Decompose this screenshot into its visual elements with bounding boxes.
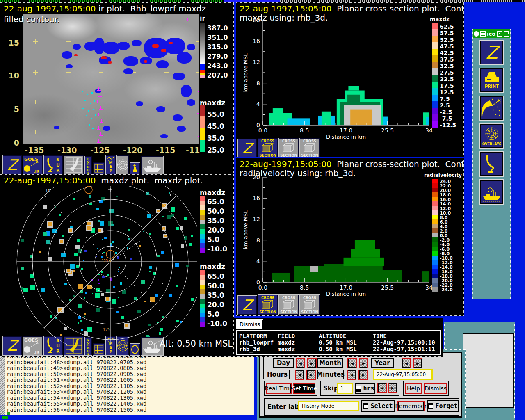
colorbar-segment bbox=[432, 197, 438, 201]
grid-icon[interactable] bbox=[93, 162, 105, 174]
year-next-arrow[interactable]: ▶ bbox=[413, 358, 422, 368]
real-time-button[interactable]: Real Time bbox=[266, 383, 292, 394]
minutes-next-arrow[interactable]: ▶ bbox=[358, 370, 368, 380]
lat-tick: 10 bbox=[4, 71, 19, 80]
z-icon[interactable]: Z bbox=[238, 296, 257, 315]
xsect-icon[interactable]: CROSS SECTION bbox=[300, 295, 320, 315]
svg-text:.IR: .IR bbox=[34, 350, 39, 354]
minutes-prev-arrow[interactable]: ◀ bbox=[347, 370, 356, 380]
menu-circle-icon[interactable] bbox=[474, 31, 479, 37]
lat-tick: 0 bbox=[4, 138, 19, 147]
colorbar-tick: -10.0 bbox=[207, 245, 227, 253]
colorbar-tick: 57.5 bbox=[440, 30, 454, 37]
terminal-scrollbar[interactable] bbox=[0, 357, 5, 415]
xsect-icon[interactable]: CROSS SECTION bbox=[258, 295, 278, 315]
grid-cross bbox=[99, 70, 103, 75]
goes-icon[interactable]: GOES .IR bbox=[23, 155, 43, 174]
cold-cloud-contour bbox=[123, 68, 133, 74]
circle-icon[interactable] bbox=[130, 344, 140, 355]
axis-label: 16 bbox=[253, 195, 260, 201]
antenna-icon[interactable] bbox=[480, 152, 503, 176]
cross-section-toolbar: ZCROSS SECTION CROSS SECTION CROSS SECTI… bbox=[238, 295, 320, 315]
window-titlebar: icon bbox=[473, 29, 510, 38]
hours-prev-arrow[interactable]: ◀ bbox=[295, 370, 304, 380]
month-button[interactable]: Month bbox=[317, 358, 343, 368]
axis-label: 0.0 bbox=[258, 284, 267, 291]
dismiss-button[interactable]: Dismiss bbox=[424, 383, 447, 394]
cross-section-plot[interactable]: 0481216200.08.517.025.534Distance in kmk… bbox=[236, 158, 464, 298]
select-button[interactable]: Select bbox=[361, 400, 395, 412]
set-time-button[interactable]: Set Time bbox=[293, 383, 315, 394]
year-button[interactable]: Year bbox=[371, 358, 394, 368]
ship-marker-icon bbox=[198, 88, 199, 92]
forget-button[interactable]: Forget bbox=[427, 400, 459, 412]
svg-text:P: P bbox=[110, 350, 112, 354]
help-button[interactable]: Help bbox=[405, 383, 422, 394]
coldest-cloud-core bbox=[169, 42, 173, 44]
dismiss-button[interactable]: Dismiss bbox=[237, 320, 263, 329]
time-field[interactable]: 22-Aug-97,15:05:00 bbox=[373, 369, 433, 380]
terminal-cursor bbox=[7, 412, 10, 415]
map-icon[interactable]: MAP bbox=[106, 155, 116, 174]
z-icon[interactable]: Z bbox=[480, 41, 503, 64]
hours-next-arrow[interactable]: ▶ bbox=[306, 370, 316, 380]
skip-next-arrow[interactable]: ▶ bbox=[388, 383, 397, 393]
colorbar-tick: -24.0 bbox=[440, 287, 453, 292]
z-icon[interactable]: Z bbox=[3, 155, 22, 174]
xsect-icon[interactable]: CROSS SECTION bbox=[300, 138, 320, 157]
grid-cross bbox=[196, 39, 199, 44]
colorbar-segment bbox=[200, 128, 205, 140]
iconify-button[interactable] bbox=[497, 31, 502, 37]
satdish-icon[interactable] bbox=[480, 96, 503, 120]
ship-icon[interactable] bbox=[141, 156, 163, 174]
grid-cross bbox=[196, 70, 199, 75]
grid-cross bbox=[66, 39, 71, 44]
label-field[interactable]: History Mode bbox=[298, 401, 359, 411]
axis-label: 25.5 bbox=[381, 127, 394, 134]
z-icon[interactable]: Z bbox=[238, 139, 257, 157]
window-doc-icon[interactable] bbox=[480, 31, 486, 37]
minutes-button[interactable]: Minutes bbox=[317, 370, 344, 379]
month-next-arrow[interactable]: ▶ bbox=[359, 358, 368, 368]
cross-section-plot[interactable]: 0481216200.08.517.025.534Distance in kmk… bbox=[236, 3, 464, 141]
select-label: Select bbox=[370, 402, 393, 410]
colorbar-tick: 55.0 bbox=[207, 110, 224, 119]
platform-table: PLATFORMFIELDALTITUDETIMErhb_lowprfmaxdz… bbox=[236, 330, 441, 355]
colorbar-tick: 207.0 bbox=[207, 71, 228, 79]
month-prev-arrow[interactable]: ◀ bbox=[347, 358, 357, 368]
table-header: TIME bbox=[373, 333, 387, 339]
gridradar-icon[interactable] bbox=[64, 155, 84, 174]
hrs-menu-button[interactable]: hrs bbox=[355, 383, 375, 394]
buoy-icon[interactable] bbox=[130, 163, 140, 174]
day-prev-arrow[interactable]: ◀ bbox=[296, 358, 305, 368]
table-cell: 0.50 km MSL bbox=[319, 346, 357, 352]
xsect-icon[interactable]: CROSS SECTION bbox=[279, 138, 299, 157]
sur-icon[interactable]: S U R bbox=[44, 155, 63, 174]
bounds-icon[interactable]: BOUNDS bbox=[85, 156, 92, 174]
radar-ppi-display[interactable]: -125-0 bbox=[0, 186, 197, 345]
maximize-button[interactable] bbox=[504, 31, 509, 37]
skip-field[interactable]: 1 bbox=[337, 383, 353, 394]
print-icon[interactable]: PRINT bbox=[480, 68, 503, 92]
lon-tick: -11 bbox=[186, 146, 200, 155]
satellite-ir-map[interactable] bbox=[23, 14, 199, 144]
xsect-icon[interactable]: CROSS SECTION bbox=[258, 138, 278, 157]
day-button[interactable]: Day bbox=[273, 358, 294, 368]
svg-text:U: U bbox=[56, 162, 60, 168]
shipbig-icon[interactable] bbox=[480, 180, 503, 204]
hours-button[interactable]: Hours bbox=[265, 370, 290, 379]
xsect-icon[interactable]: CROSS SECTION bbox=[279, 295, 299, 315]
contour-cell bbox=[381, 270, 402, 282]
year-prev-arrow[interactable]: ◀ bbox=[402, 358, 411, 368]
remember-button[interactable]: Remember bbox=[397, 401, 425, 411]
rings-icon[interactable] bbox=[117, 155, 129, 174]
coldest-cloud-core bbox=[108, 61, 112, 64]
ship-marker-icon bbox=[97, 139, 101, 143]
overlays-icon[interactable]: OVERLAYS bbox=[480, 124, 503, 148]
colorbar-gradient bbox=[200, 23, 205, 64]
colorbar-segment bbox=[432, 75, 438, 82]
skip-prev-arrow[interactable]: ◀ bbox=[377, 383, 387, 393]
day-next-arrow[interactable]: ▶ bbox=[307, 358, 317, 368]
svg-text:A: A bbox=[110, 165, 112, 169]
terminal-window[interactable]: rain:beaufait:47>xdump.all 970822.0605.x… bbox=[0, 357, 254, 415]
